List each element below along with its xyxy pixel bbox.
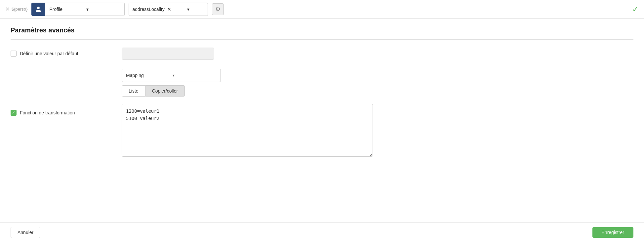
person-icon — [35, 6, 42, 13]
transform-label-group: ✓ Fonction de transformation — [11, 110, 116, 116]
profile-dropdown[interactable]: Profile ▾ — [31, 3, 125, 16]
profile-icon-box — [31, 3, 45, 16]
gear-button[interactable]: ⚙ — [212, 3, 224, 15]
profile-label: Profile — [49, 7, 84, 12]
address-label: addressLocality — [132, 7, 164, 12]
main-content: Paramètres avancés Définir une valeur pa… — [0, 19, 644, 242]
section-divider — [11, 39, 633, 40]
mapping-textarea[interactable] — [122, 104, 373, 157]
transform-row: ✓ Fonction de transformation Mapping ▾ L… — [11, 69, 633, 157]
default-value-label-group: Définir une valeur par défaut — [11, 51, 116, 57]
tabs-row: Liste Copier/coller — [122, 85, 373, 97]
confirm-check-icon[interactable]: ✓ — [632, 5, 639, 14]
topbar: ✕ ${perso} Profile ▾ addressLocality ✕ ▾… — [0, 0, 644, 19]
section-title: Paramètres avancés — [11, 26, 633, 34]
close-button[interactable]: ✕ ${perso} — [5, 6, 27, 12]
default-value-input[interactable] — [122, 48, 214, 60]
close-label: ${perso} — [12, 7, 27, 12]
gear-icon: ⚙ — [215, 6, 221, 13]
transform-section: Mapping ▾ Liste Copier/coller — [122, 69, 373, 157]
transform-checkbox[interactable]: ✓ — [11, 110, 17, 116]
tab-liste[interactable]: Liste — [122, 85, 145, 97]
save-button[interactable]: Enregistrer — [592, 227, 633, 238]
address-clear-icon[interactable]: ✕ — [167, 7, 184, 12]
profile-label-box: Profile ▾ — [45, 3, 125, 16]
tab-copier-coller[interactable]: Copier/coller — [145, 85, 185, 97]
transform-select-dropdown[interactable]: Mapping ▾ — [122, 69, 221, 82]
default-value-row: Définir une valeur par défaut — [11, 48, 633, 60]
transform-label: Fonction de transformation — [20, 110, 75, 115]
default-value-label: Définir une valeur par défaut — [20, 51, 78, 56]
close-icon: ✕ — [5, 6, 10, 12]
address-dropdown[interactable]: addressLocality ✕ ▾ — [129, 3, 208, 16]
profile-chevron-icon: ▾ — [86, 7, 121, 12]
transform-select-value: Mapping — [126, 73, 170, 78]
transform-chevron-icon: ▾ — [173, 73, 217, 78]
address-chevron-icon: ▾ — [187, 7, 204, 12]
default-value-checkbox[interactable] — [11, 51, 17, 57]
footer-bar: Annuler Enregistrer — [0, 222, 644, 242]
cancel-button[interactable]: Annuler — [11, 227, 40, 238]
